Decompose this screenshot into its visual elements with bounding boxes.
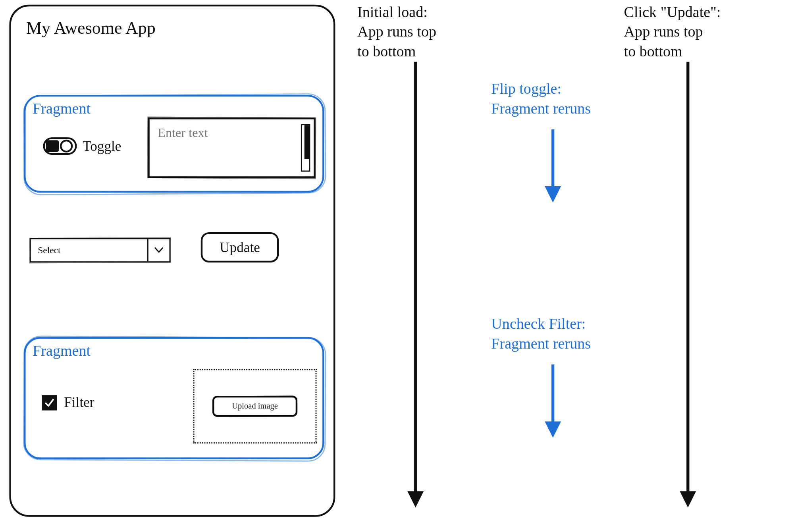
arrow-full-run-2 — [676, 62, 700, 510]
arrow-fragment-rerun-2 — [541, 364, 565, 440]
caption-click-update: Click "Update":App runs topto bottom — [624, 2, 787, 62]
toggle-switch[interactable] — [43, 137, 77, 155]
fragment-1-heading: Fragment — [33, 100, 91, 118]
filter-checkbox[interactable] — [42, 395, 57, 410]
caption-flip-toggle: Flip toggle:Fragment reruns — [491, 79, 642, 118]
arrow-full-run-1 — [404, 62, 427, 510]
caption-initial-load: Initial load:App runs topto bottom — [357, 2, 509, 62]
upload-button[interactable]: Upload image — [212, 396, 297, 417]
select-dropdown[interactable]: Select — [30, 238, 171, 263]
app-window: My Awesome App Fragment Toggle Enter tex… — [9, 5, 335, 517]
upload-dropzone[interactable]: Upload image — [193, 369, 317, 443]
update-button[interactable]: Update — [201, 232, 279, 262]
scrollbar-thumb[interactable] — [304, 125, 309, 159]
chevron-down-icon[interactable] — [147, 239, 170, 262]
toggle-row: Toggle — [43, 137, 121, 155]
app-title: My Awesome App — [26, 18, 156, 38]
fragment-2: Fragment Filter Upload image — [24, 337, 324, 459]
text-input-placeholder: Enter text — [158, 125, 208, 140]
select-value: Select — [31, 245, 147, 255]
check-icon — [44, 397, 54, 408]
filter-row: Filter — [42, 395, 94, 411]
arrow-fragment-rerun-1 — [541, 129, 565, 205]
fragment-2-heading: Fragment — [33, 342, 91, 360]
toggle-label: Toggle — [83, 138, 121, 154]
fragment-1: Fragment Toggle Enter text — [24, 95, 324, 193]
update-button-label: Update — [220, 239, 260, 255]
caption-uncheck-filter: Uncheck Filter:Fragment reruns — [491, 314, 642, 354]
text-input[interactable]: Enter text — [148, 118, 315, 178]
filter-label: Filter — [64, 395, 94, 411]
upload-button-label: Upload image — [232, 402, 278, 411]
